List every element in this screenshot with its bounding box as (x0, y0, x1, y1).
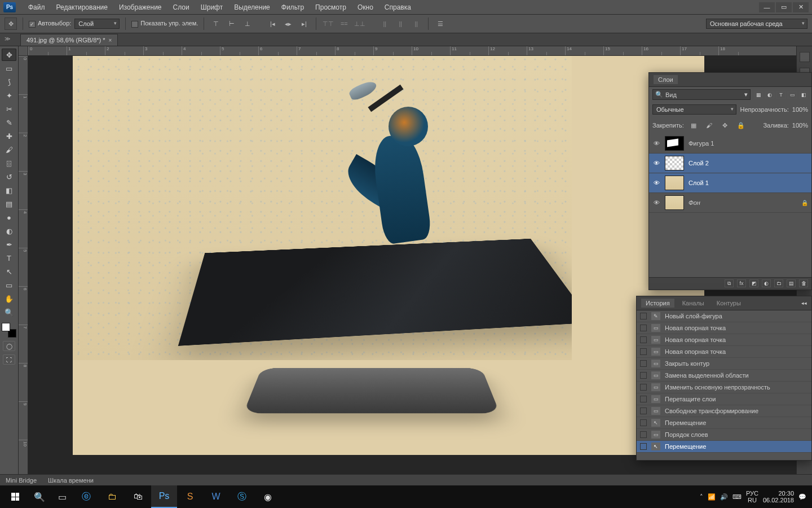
maximize-button[interactable]: ▭ (776, 2, 792, 12)
layer-name[interactable]: Фигура 1 (689, 140, 808, 147)
align-vcenter-icon[interactable]: ⊢ (226, 17, 238, 30)
mini-bridge-tab[interactable]: Mini Bridge (0, 475, 42, 485)
pen-tool-icon[interactable]: ✒ (2, 238, 16, 251)
layer-item-background[interactable]: 👁 Фон 🔒 (649, 193, 811, 213)
start-button[interactable] (2, 485, 28, 508)
layer-item-figure1[interactable]: 👁 Фигура 1 (649, 134, 811, 154)
crop-tool-icon[interactable]: ✂ (2, 103, 16, 115)
snapshot-check[interactable] (640, 372, 647, 379)
foreground-swatch[interactable] (2, 323, 10, 331)
eraser-tool-icon[interactable]: ◧ (2, 184, 16, 196)
distribute-bottom-icon[interactable]: ⊥⊥ (354, 17, 366, 30)
adjustment-layer-icon[interactable]: ◐ (762, 279, 771, 287)
task-view-icon[interactable]: ▭ (51, 485, 73, 508)
align-top-icon[interactable]: ⊤ (210, 17, 222, 30)
visibility-icon[interactable]: 👁 (652, 140, 660, 147)
align-hcenter-icon[interactable]: ◂▸ (282, 17, 294, 30)
distribute-hcenter-icon[interactable]: || (394, 17, 407, 30)
filter-adjust-icon[interactable]: ◐ (765, 91, 774, 99)
marquee-tool-icon[interactable]: ▭ (2, 62, 16, 75)
lock-all-icon[interactable]: 🔒 (735, 119, 747, 132)
history-item[interactable]: ▭Изменить основную непрозрачность (637, 382, 811, 393)
filter-shape-icon[interactable]: ▭ (788, 91, 797, 99)
stamp-tool-icon[interactable]: ⌹ (2, 157, 16, 169)
hand-tool-icon[interactable]: ✋ (2, 292, 16, 305)
layer-item-layer2[interactable]: 👁 Слой 2 (649, 154, 811, 173)
menu-filter[interactable]: Фильтр (276, 1, 310, 14)
menu-image[interactable]: Изображение (113, 1, 167, 14)
close-button[interactable]: ✕ (793, 2, 809, 12)
distribute-left-icon[interactable]: || (378, 17, 391, 30)
minimize-button[interactable]: — (759, 2, 775, 12)
history-item[interactable]: ↖Перемещение (637, 417, 811, 429)
brush-tool-icon[interactable]: 🖌 (2, 143, 16, 156)
snapshot-check[interactable] (640, 348, 647, 355)
distribute-top-icon[interactable]: ⊤⊤ (322, 17, 334, 30)
document-tab[interactable]: 491.jpg @ 58,6% (RGB/8*) * × (20, 34, 118, 46)
lasso-tool-icon[interactable]: ⟆ (2, 76, 16, 88)
menu-window[interactable]: Окно (352, 1, 379, 14)
wifi-icon[interactable]: 📶 (708, 493, 716, 501)
snapshot-check[interactable] (640, 408, 647, 414)
dodge-tool-icon[interactable]: ◐ (2, 225, 16, 237)
history-item[interactable]: ▭Замена выделенной области (637, 370, 811, 382)
timeline-tab[interactable]: Шкала времени (42, 475, 99, 485)
store-icon[interactable]: 🛍 (125, 485, 151, 508)
channels-tab[interactable]: Каналы (678, 299, 709, 308)
distribute-vcenter-icon[interactable]: == (338, 17, 350, 30)
ruler-origin[interactable] (19, 46, 28, 56)
dock-icon-1[interactable] (800, 52, 810, 62)
history-item[interactable]: ▭Новая опорная точка (637, 322, 811, 334)
photoshop-taskbar-icon[interactable]: Ps (151, 485, 177, 508)
layer-name[interactable]: Слой 1 (689, 179, 808, 186)
snapshot-check[interactable] (640, 431, 647, 438)
color-swatches[interactable] (2, 323, 16, 338)
close-tab-icon[interactable]: × (109, 37, 112, 43)
auto-select-dropdown[interactable]: Слой (74, 19, 120, 29)
history-item[interactable]: ↖Перемещение (637, 441, 811, 453)
snapshot-check[interactable] (640, 313, 647, 319)
chrome-icon[interactable]: ◉ (255, 485, 281, 508)
fill-value[interactable]: 100% (792, 122, 808, 129)
filter-pixel-icon[interactable]: ▦ (754, 91, 763, 99)
tray-chevron-icon[interactable]: ˄ (700, 493, 703, 501)
menu-edit[interactable]: Редактирование (51, 1, 113, 14)
history-item[interactable]: ▭Новая опорная точка (637, 334, 811, 346)
snapshot-check[interactable] (640, 396, 647, 402)
visibility-icon[interactable]: 👁 (652, 199, 660, 206)
volume-icon[interactable]: 🔊 (720, 493, 728, 501)
new-layer-icon[interactable]: ▤ (787, 279, 796, 287)
layer-name[interactable]: Слой 2 (689, 160, 808, 167)
lock-brush-icon[interactable]: 🖌 (703, 119, 716, 132)
layer-mask-icon[interactable]: ◩ (749, 279, 758, 287)
lock-pixels-icon[interactable]: ▦ (687, 119, 700, 132)
wand-tool-icon[interactable]: ✦ (2, 89, 16, 102)
layer-thumb[interactable] (665, 176, 684, 190)
layer-thumb[interactable] (665, 136, 684, 151)
menu-file[interactable]: Файл (23, 1, 51, 14)
sublime-icon[interactable]: S (177, 485, 203, 508)
layers-panel-titlebar[interactable]: Слои (649, 73, 811, 87)
menu-help[interactable]: Справка (379, 1, 417, 14)
filter-smart-icon[interactable]: ◧ (799, 91, 808, 99)
screenmode-icon[interactable]: ⛶ (3, 354, 15, 365)
history-brush-tool-icon[interactable]: ↺ (2, 170, 16, 183)
menu-view[interactable]: Просмотр (310, 1, 352, 14)
eyedropper-tool-icon[interactable]: ✎ (2, 116, 16, 129)
search-icon[interactable]: 🔍 (28, 485, 51, 508)
move-tool-icon[interactable]: ✥ (2, 49, 16, 61)
ruler-vertical[interactable]: 012345678910 (19, 56, 28, 475)
show-transform-checkbox[interactable]: Показать упр. элем. (131, 20, 198, 27)
layer-item-layer1[interactable]: 👁 Слой 1 (649, 173, 811, 193)
layers-panel-tab[interactable]: Слои (654, 75, 678, 84)
align-bottom-icon[interactable]: ⊥ (241, 17, 254, 30)
snapshot-check[interactable] (640, 336, 647, 343)
new-group-icon[interactable]: 🗀 (774, 279, 783, 287)
history-item[interactable]: ▭Свободное трансформирование (637, 405, 811, 417)
layer-name[interactable]: Фон (689, 199, 797, 206)
menu-select[interactable]: Выделение (228, 1, 276, 14)
menu-type[interactable]: Шрифт (195, 1, 228, 14)
language-indicator[interactable]: РУСRU (746, 490, 758, 503)
path-tool-icon[interactable]: ↖ (2, 265, 16, 278)
zoom-tool-icon[interactable]: 🔍 (2, 306, 16, 318)
